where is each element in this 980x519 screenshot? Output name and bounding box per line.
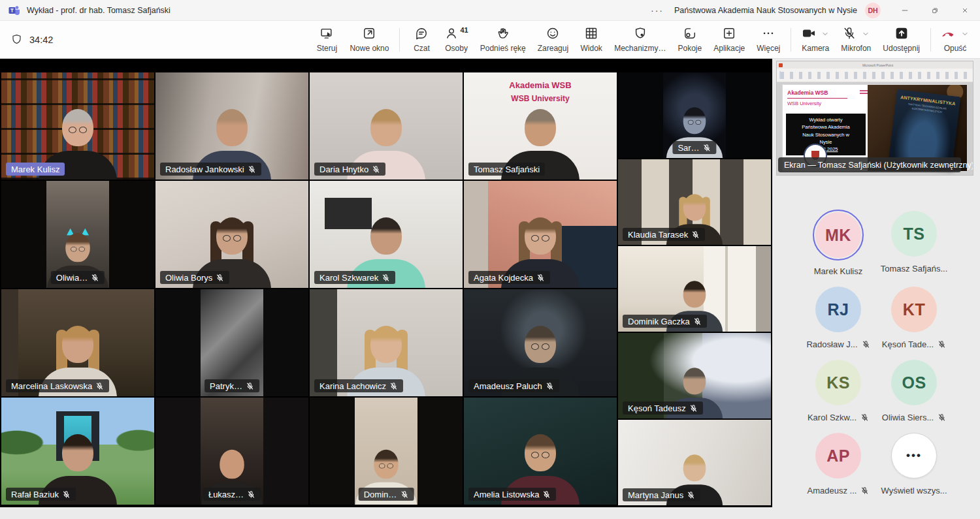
minimize-button[interactable] [890, 0, 920, 20]
participant-name-label: Agata Kojdecka [468, 271, 550, 284]
video-tile-łukasz[interactable]: Łukasz… [155, 398, 308, 505]
toolbar-pokoje-button[interactable]: Pokoje [672, 23, 708, 56]
avatar-ring: ••• [890, 432, 938, 480]
participant-avatar-mk[interactable]: MK Marek Kulisz [800, 210, 876, 276]
toolbar-zareaguj-button[interactable]: Zareaguj [532, 23, 574, 56]
video-tile-sar[interactable]: Sar… [618, 72, 771, 158]
toolbar-button-label: Mechanizmy… [614, 44, 666, 53]
toolbar-wiecej-button[interactable]: Więcej [751, 23, 786, 56]
participant-avatar-rj[interactable]: RJ Radosław J... [800, 285, 876, 349]
video-tile-karina-lachowicz[interactable]: Karina Lachowicz [310, 289, 463, 396]
toolbar-button-label: Więcej [757, 44, 780, 53]
chevron-down-icon[interactable] [821, 30, 829, 38]
toolbar-udostepnij-button[interactable]: Udostępnij [877, 23, 926, 56]
toolbar-kamera-button[interactable]: Kamera [796, 23, 835, 56]
video-tile-radosław-jankowski[interactable]: Radosław Jankowski [155, 72, 308, 180]
toolbar-opusc-button[interactable]: Opuść [936, 23, 975, 56]
mic-muted-icon [247, 490, 255, 499]
mic-muted-icon [542, 490, 551, 499]
slide-logo-line1: Akademia WSB [787, 89, 847, 96]
toolbar-mikrofon-button[interactable]: Mikrofon [835, 23, 877, 56]
video-tile-marek-kulisz[interactable]: Marek Kulisz [1, 72, 154, 180]
account-avatar-badge[interactable]: DH [865, 3, 881, 18]
toolbar-czat-button[interactable]: Czat [404, 23, 438, 56]
chevron-down-icon[interactable] [961, 30, 969, 38]
video-tile-dominik-gaczka[interactable]: Dominik Gaczka [618, 246, 771, 332]
avatar: ••• [891, 433, 937, 479]
mic-muted-icon [691, 230, 700, 239]
video-tile-klaudia-tarasek[interactable]: Klaudia Tarasek [618, 159, 771, 245]
participant-avatar-kt[interactable]: KT Kęsoń Tade... [876, 285, 952, 349]
shield-icon [10, 33, 23, 46]
screen-share-thumbnail[interactable]: Microsoft PowerPoint Akademia WSB WSB Un… [776, 61, 973, 176]
video-tile-martyna-janus[interactable]: Martyna Janus [618, 420, 771, 505]
chevron-down-icon[interactable] [862, 30, 870, 38]
toolbar-steruj-button[interactable]: Steruj [310, 23, 344, 56]
video-tile-oliwia[interactable]: Oliwia… [1, 181, 154, 288]
mic-muted-icon [246, 382, 254, 390]
participant-name-label: Klaudia Tarasek [623, 228, 705, 241]
participant-name-label: Radosław Jankowski [160, 163, 261, 176]
ppt-titlebar: Microsoft PowerPoint [777, 61, 973, 69]
toolbar-button-label: Nowe okno [350, 44, 389, 53]
participant-name-label: Amadeusz Paluch [468, 379, 559, 392]
slide-logo-line2: WSB University [787, 101, 847, 106]
avatar-name-label: Oliwia Siers... [882, 413, 946, 422]
video-tile-rafał-baziuk[interactable]: Rafał Baziuk [1, 398, 154, 505]
video-tile-tomasz-safjański[interactable]: Akademia WSBWSB University Tomasz Safjań… [464, 72, 617, 180]
participant-avatar-ap[interactable]: AP Amadeusz ... [800, 432, 876, 495]
participant-name-label: Kęsoń Tadeusz [623, 401, 703, 415]
avatar-name-label: Tomasz Safjańs... [881, 264, 948, 274]
mic-muted-icon [687, 491, 695, 499]
more-icon [761, 26, 776, 40]
restore-button[interactable] [920, 0, 950, 20]
video-tile-oliwia-borys[interactable]: Oliwia Borys [155, 181, 308, 288]
participant-name-label: Daria Hnytko [314, 163, 385, 176]
mic-muted-icon [400, 490, 408, 499]
avatar-name-label: Marek Kulisz [814, 266, 862, 276]
mic-muted-icon [248, 165, 256, 174]
close-button[interactable] [950, 0, 980, 20]
new-window-icon [362, 26, 376, 40]
avatar-ring: KS [814, 358, 862, 407]
toolbar-osoby-button[interactable]: 41Osoby [438, 23, 474, 56]
shield-gear-icon [633, 26, 647, 40]
mic-muted-icon [938, 413, 946, 422]
people-icon [444, 26, 459, 40]
mic-muted-icon [372, 165, 380, 174]
titlebar-more-icon[interactable]: ··· [651, 5, 664, 16]
show-all-participants[interactable]: ••• Wyświetl wszys... [876, 432, 952, 495]
participant-avatar-ks[interactable]: KS Karol Szkw... [800, 358, 876, 422]
toolbar-widok-button[interactable]: Widok [574, 23, 608, 56]
participant-avatar-ts[interactable]: TS Tomasz Safjańs... [876, 210, 952, 276]
participant-avatar-os[interactable]: OS Oliwia Siers... [876, 358, 952, 422]
toolbar-nowe-okno-button[interactable]: Nowe okno [344, 23, 395, 56]
participant-name-label: Domin… [359, 488, 414, 501]
video-tile-patryk[interactable]: Patryk… [155, 289, 308, 396]
toolbar-aplikacje-button[interactable]: Aplikacje [708, 23, 751, 56]
video-tile-daria-hnytko[interactable]: Daria Hnytko [310, 72, 463, 180]
overflow-participants: MK Marek Kulisz TS Tomasz Safjańs... RJ … [800, 210, 952, 495]
toolbar-podnies-reke-button[interactable]: Podnieś rękę [474, 23, 532, 56]
video-tile-agata-kojdecka[interactable]: Agata Kojdecka [464, 181, 617, 288]
video-tile-kęsoń-tadeusz[interactable]: Kęsoń Tadeusz [618, 333, 771, 418]
chat-icon [414, 26, 429, 40]
mic-muted-icon [95, 382, 104, 390]
toolbar-mechanizmy-button[interactable]: Mechanizmy… [608, 23, 672, 56]
participant-name-label: Dominik Gaczka [623, 315, 707, 328]
video-tile-domin[interactable]: Domin… [310, 398, 463, 505]
mic-off-icon [842, 26, 857, 40]
participant-name-label: Amelia Listowska [468, 488, 556, 501]
toolbar-divider [930, 28, 931, 52]
title-bar: Wykład - prof. dr hab. Tomasz Safjański … [0, 0, 980, 21]
participant-name-label: Oliwia… [51, 271, 105, 284]
ppt-window-title: Microsoft PowerPoint [862, 63, 893, 67]
toolbar-button-label: Mikrofon [841, 44, 871, 53]
apps-icon [722, 26, 736, 40]
video-tile-marcelina-laskowska[interactable]: Marcelina Laskowska [1, 289, 154, 396]
mic-muted-icon [536, 274, 545, 282]
video-tile-karol-szkwarek[interactable]: Karol Szkwarek [310, 181, 463, 288]
video-tile-amelia-listowska[interactable]: Amelia Listowska [464, 398, 617, 505]
video-tile-amadeusz-paluch[interactable]: Amadeusz Paluch [464, 289, 617, 396]
toolbar-divider [791, 28, 791, 52]
